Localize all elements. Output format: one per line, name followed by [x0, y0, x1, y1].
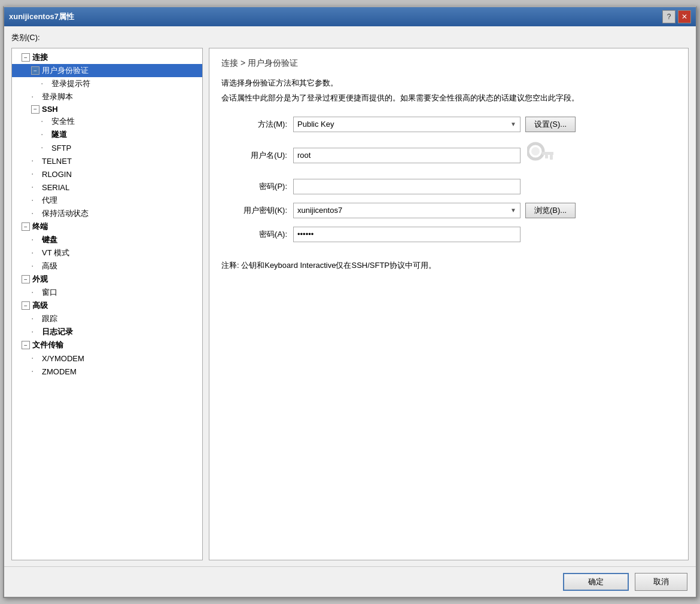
expander-gao-ji[interactable] — [22, 301, 30, 310]
sidebar-item-gao-ji-term[interactable]: 高级 — [12, 260, 202, 273]
password-control-group — [293, 179, 676, 194]
passphrase-control-group — [293, 227, 676, 242]
userkey-control-group: xunijicentos7 ▼ 浏览(B)... — [293, 203, 676, 218]
tree-leaf-dot — [31, 91, 39, 102]
key-icon-area — [525, 141, 555, 170]
sidebar-item-label: 用户身份验证 — [42, 65, 89, 76]
cancel-button[interactable]: 取消 — [635, 573, 687, 591]
expander-wenjian[interactable] — [22, 341, 30, 349]
tree-leaf-dot — [31, 248, 39, 258]
sidebar-item-label: 文件传输 — [32, 340, 63, 350]
key-icon — [527, 141, 553, 170]
tree-leaf-dot — [31, 208, 39, 219]
sidebar-item-label: SERIAL — [42, 183, 69, 192]
sidebar-item-rizhi[interactable]: 日志记录 — [12, 325, 202, 338]
userkey-select-wrapper: xunijicentos7 ▼ — [293, 203, 521, 218]
expander-yonghu[interactable] — [31, 66, 39, 75]
description: 请选择身份验证方法和其它参数。 会话属性中此部分是为了登录过程更便捷而提供的。如… — [221, 77, 676, 105]
passphrase-input[interactable] — [293, 227, 521, 242]
svg-rect-2 — [542, 152, 553, 155]
expander-ssh[interactable] — [31, 105, 39, 114]
sidebar-item-serial[interactable]: SERIAL — [12, 181, 202, 194]
sidebar-item-gao-ji-main[interactable]: 高级 — [12, 299, 202, 312]
expander-wai-guan[interactable] — [22, 275, 30, 283]
passphrase-label: 密码(A): — [221, 229, 287, 240]
password-input[interactable] — [293, 179, 521, 194]
expander-lian-jie[interactable] — [22, 53, 30, 62]
tree-leaf-dot — [41, 142, 49, 153]
sidebar-item-chuang-kou[interactable]: 窗口 — [12, 286, 202, 299]
sidebar-item-label: 日志记录 — [42, 327, 73, 337]
sidebar-item-label: 高级 — [42, 261, 57, 272]
sidebar-item-ssh[interactable]: SSH — [12, 103, 202, 115]
sidebar-item-label: VT 模式 — [42, 248, 69, 258]
tree-leaf-dot — [41, 129, 49, 140]
description-line1: 请选择身份验证方法和其它参数。 — [221, 77, 676, 90]
sidebar-item-gen-zong[interactable]: 跟踪 — [12, 312, 202, 325]
sidebar-item-label: 连接 — [32, 52, 48, 63]
username-row: 用户名(U): — [221, 141, 676, 170]
sidebar-item-sftp[interactable]: SFTP — [12, 141, 202, 154]
sidebar-item-anquan[interactable]: 安全性 — [12, 115, 202, 128]
tree-panel: 连接 用户身份验证 登录提示符 登录脚本 — [11, 48, 203, 560]
sidebar-item-vt-moshi[interactable]: VT 模式 — [12, 246, 202, 260]
ok-button[interactable]: 确定 — [563, 573, 629, 591]
sidebar-item-jian-pan[interactable]: 键盘 — [12, 233, 202, 246]
method-select-wrapper: Password Public Key Keyboard Interactive… — [293, 117, 521, 132]
bottom-bar: 确定 取消 — [4, 566, 696, 597]
sidebar-item-telnet[interactable]: TELNET — [12, 154, 202, 167]
userkey-label: 用户密钥(K): — [221, 205, 287, 216]
help-button[interactable]: ? — [662, 10, 675, 23]
passphrase-row: 密码(A): — [221, 227, 676, 242]
svg-point-1 — [531, 147, 540, 155]
sidebar-item-baochi[interactable]: 保持活动状态 — [12, 207, 202, 220]
username-control-group — [293, 141, 676, 170]
right-panel: 连接 > 用户身份验证 请选择身份验证方法和其它参数。 会话属性中此部分是为了登… — [209, 48, 689, 560]
sidebar-item-wai-guan[interactable]: 外观 — [12, 273, 202, 286]
sidebar-item-sui-dao[interactable]: 隧道 — [12, 128, 202, 141]
svg-rect-4 — [545, 155, 548, 158]
sidebar-item-label: 登录提示符 — [51, 78, 90, 89]
close-button[interactable]: ✕ — [678, 10, 691, 23]
sidebar-item-label: 外观 — [32, 274, 48, 285]
sidebar-item-zmodem[interactable]: ZMODEM — [12, 365, 202, 378]
sidebar-item-yonghu-shenfen[interactable]: 用户身份验证 — [12, 64, 202, 77]
tree-leaf-dot — [31, 313, 39, 324]
userkey-row: 用户密钥(K): xunijicentos7 ▼ 浏览(B)... — [221, 203, 676, 218]
svg-rect-3 — [550, 155, 553, 160]
method-label: 方法(M): — [221, 119, 287, 130]
settings-button[interactable]: 设置(S)... — [525, 117, 576, 132]
main-content: 连接 用户身份验证 登录提示符 登录脚本 — [11, 48, 689, 560]
method-select[interactable]: Password Public Key Keyboard Interactive… — [293, 117, 521, 132]
sidebar-item-wenjian[interactable]: 文件传输 — [12, 338, 202, 352]
sidebar-item-label: 隧道 — [51, 129, 67, 140]
sidebar-item-rlogin[interactable]: RLOGIN — [12, 167, 202, 181]
tree-leaf-dot — [31, 234, 39, 245]
sidebar-item-label: 保持活动状态 — [42, 208, 89, 219]
sidebar-item-xymodem[interactable]: X/YMODEM — [12, 352, 202, 365]
sidebar-item-label: SFTP — [51, 144, 71, 152]
tree-leaf-dot — [31, 155, 39, 166]
sidebar-item-label: 代理 — [42, 195, 57, 206]
sidebar-item-label: 跟踪 — [42, 313, 57, 324]
sidebar-item-dai-li[interactable]: 代理 — [12, 194, 202, 207]
browse-button[interactable]: 浏览(B)... — [525, 203, 576, 218]
breadcrumb: 连接 > 用户身份验证 — [221, 58, 676, 69]
username-label: 用户名(U): — [221, 150, 287, 161]
sidebar-item-label: RLOGIN — [42, 170, 72, 179]
expander-zhong-duan[interactable] — [22, 222, 30, 231]
tree-leaf-dot — [31, 287, 39, 298]
sidebar-item-denglu-tishi[interactable]: 登录提示符 — [12, 77, 202, 90]
sidebar-item-zhong-duan[interactable]: 终端 — [12, 220, 202, 233]
userkey-select[interactable]: xunijicentos7 — [293, 203, 521, 218]
window-title: xunijicentos7属性 — [9, 11, 74, 22]
username-input[interactable] — [293, 148, 521, 163]
sidebar-item-label: SSH — [42, 105, 58, 114]
password-row: 密码(P): — [221, 179, 676, 194]
sidebar-item-label: 登录脚本 — [42, 91, 73, 102]
tree-leaf-dot — [41, 116, 49, 127]
sidebar-item-label: TELNET — [42, 157, 72, 166]
category-label: 类别(C): — [11, 32, 689, 43]
sidebar-item-denglu-jiaoben[interactable]: 登录脚本 — [12, 90, 202, 103]
sidebar-item-lian-jie[interactable]: 连接 — [12, 51, 202, 64]
